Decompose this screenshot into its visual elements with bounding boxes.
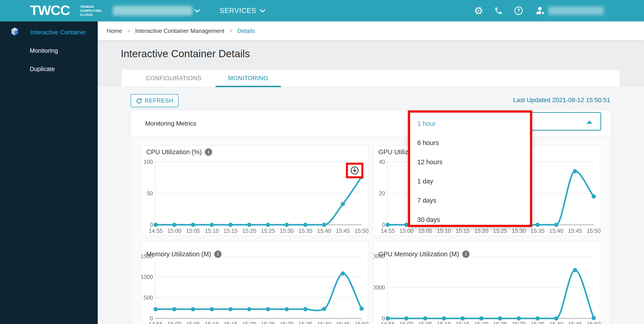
gpu-memory-utilization-chart-card: 0200004000014:5515:0015:0515:1015:1515:2…: [373, 241, 600, 324]
chart-title: GPU Memory Utilization (M): [378, 251, 459, 258]
menu-item-30-days[interactable]: 30 days: [410, 210, 530, 229]
svg-text:15:05: 15:05: [186, 321, 200, 324]
svg-text:15:00: 15:00: [167, 321, 181, 324]
info-icon[interactable]: i: [462, 251, 470, 258]
svg-text:14:55: 14:55: [381, 321, 395, 324]
svg-text:14:55: 14:55: [381, 228, 395, 234]
svg-text:15:05: 15:05: [186, 228, 200, 234]
download-chart-icon[interactable]: [350, 166, 359, 175]
twcc-logo-subtitle: TAIWAN COMPUTING CLOUD: [80, 5, 102, 17]
svg-text:20000: 20000: [374, 284, 385, 291]
svg-text:15:10: 15:10: [437, 321, 451, 324]
container-cube-icon: <>: [11, 27, 18, 38]
svg-text:15:20: 15:20: [474, 321, 488, 324]
svg-text:15:30: 15:30: [280, 321, 294, 324]
svg-text:15:50: 15:50: [355, 321, 368, 324]
sidebar-item-interactive-container[interactable]: <> Interactive Container: [0, 23, 98, 41]
svg-text:15:25: 15:25: [493, 321, 507, 324]
menu-item-1-day[interactable]: 1 day: [410, 172, 530, 191]
cpu-utilization-chart-card: 05010014:5515:0015:0515:1015:1515:2015:2…: [141, 145, 368, 236]
chevron-down-icon[interactable]: [260, 9, 266, 13]
svg-text:15:25: 15:25: [261, 321, 275, 324]
svg-text:15:45: 15:45: [336, 228, 350, 234]
svg-text:15:10: 15:10: [205, 228, 219, 234]
breadcrumb: Home > Interactive Container Management …: [98, 21, 644, 40]
svg-text:15:50: 15:50: [355, 228, 368, 234]
sidebar-item-label: Duplicate: [30, 66, 55, 73]
breadcrumb-details[interactable]: Details: [237, 27, 255, 34]
twcc-logo[interactable]: TWCC: [30, 2, 70, 18]
tab-configurations[interactable]: CONFIGURATIONS: [146, 70, 202, 87]
services-menu[interactable]: SERVICES: [220, 7, 256, 15]
chevron-down-icon[interactable]: [194, 9, 200, 13]
sidebar-item-duplicate[interactable]: Duplicate: [0, 60, 98, 78]
tab-monitoring[interactable]: MONITORING: [228, 70, 268, 87]
svg-text:15:30: 15:30: [280, 228, 294, 234]
svg-text:15:25: 15:25: [261, 228, 275, 234]
username-blurred[interactable]: [548, 6, 604, 15]
svg-text:15:20: 15:20: [242, 321, 256, 324]
refresh-label: REFRESH: [145, 97, 173, 104]
svg-text:15:40: 15:40: [317, 321, 331, 324]
sidebar-item-label: Monitoring: [30, 47, 58, 54]
svg-text:15:45: 15:45: [336, 321, 350, 324]
svg-text:14:55: 14:55: [149, 228, 163, 234]
user-account-icon[interactable]: [535, 5, 546, 16]
svg-text:15:40: 15:40: [317, 228, 331, 234]
breadcrumb-separator: >: [229, 28, 232, 34]
svg-text:15:15: 15:15: [224, 228, 238, 234]
svg-text:15:00: 15:00: [167, 228, 181, 234]
svg-text:15:40: 15:40: [549, 321, 563, 324]
breadcrumb-home[interactable]: Home: [107, 27, 122, 34]
svg-text:15:35: 15:35: [531, 228, 545, 234]
sidebar-item-label: Interactive Container: [30, 29, 86, 36]
metrics-panel-title: Monitoring Metrics: [145, 120, 196, 127]
svg-text:0: 0: [150, 315, 153, 322]
svg-text:0: 0: [382, 315, 385, 322]
svg-text:15:20: 15:20: [242, 228, 256, 234]
time-range-dropdown-menu: 1 hour 6 hours 12 hours 1 day 7 days 30 …: [408, 110, 532, 227]
breadcrumb-container-management[interactable]: Interactive Container Management: [135, 27, 224, 34]
chevron-up-icon: [586, 120, 592, 124]
top-header-bar: TWCC TAIWAN COMPUTING CLOUD SERVICES ⚙ ?: [0, 0, 644, 21]
svg-text:50: 50: [147, 190, 153, 196]
twcc-app: TWCC TAIWAN COMPUTING CLOUD SERVICES ⚙ ?: [0, 0, 644, 324]
refresh-icon: [136, 97, 142, 104]
memory-utilization-chart-card: 05001000150014:5515:0015:0515:1015:1515:…: [141, 241, 368, 324]
menu-item-1-hour[interactable]: 1 hour: [410, 114, 530, 133]
refresh-button[interactable]: REFRESH: [130, 94, 178, 107]
svg-text:15:50: 15:50: [587, 321, 600, 324]
svg-text:15:50: 15:50: [587, 228, 600, 234]
info-icon[interactable]: i: [214, 251, 222, 258]
menu-item-6-hours[interactable]: 6 hours: [410, 133, 530, 152]
tabs-bar: CONFIGURATIONS MONITORING: [122, 70, 620, 87]
project-selector-blurred[interactable]: [113, 6, 192, 16]
svg-text:15:45: 15:45: [568, 321, 582, 324]
svg-text:14:55: 14:55: [149, 321, 163, 324]
sidebar-nav: <> Interactive Container Monitoring Dupl…: [0, 21, 98, 324]
menu-item-12-hours[interactable]: 12 hours: [410, 152, 530, 172]
svg-text:<>: <>: [14, 28, 16, 30]
settings-gear-icon[interactable]: ⚙: [473, 5, 484, 16]
phone-contact-icon[interactable]: [493, 5, 504, 16]
download-highlight-red-box: [346, 163, 363, 178]
sidebar-item-monitoring[interactable]: Monitoring: [0, 41, 98, 60]
svg-text:0: 0: [382, 222, 385, 228]
help-icon[interactable]: ?: [513, 5, 524, 16]
svg-text:40: 40: [379, 159, 385, 165]
svg-text:15:40: 15:40: [549, 228, 563, 234]
svg-text:20: 20: [379, 190, 385, 196]
breadcrumb-separator: >: [127, 28, 130, 34]
svg-text:15:35: 15:35: [298, 228, 312, 234]
svg-text:100: 100: [144, 159, 153, 165]
svg-text:15:45: 15:45: [568, 228, 582, 234]
svg-text:15:15: 15:15: [456, 321, 470, 324]
svg-text:15:00: 15:00: [399, 321, 414, 324]
svg-text:1000: 1000: [141, 274, 153, 280]
info-icon[interactable]: i: [205, 148, 212, 156]
chart-title: Memory Utilization (M): [146, 251, 211, 258]
monitoring-metrics-panel: Monitoring Metrics 05010014:5515:0015:05…: [130, 110, 611, 324]
cpu-utilization-plot: 05010014:5515:0015:0515:1015:1515:2015:2…: [141, 146, 368, 236]
menu-item-7-days[interactable]: 7 days: [410, 191, 530, 210]
svg-text:0: 0: [150, 222, 153, 228]
